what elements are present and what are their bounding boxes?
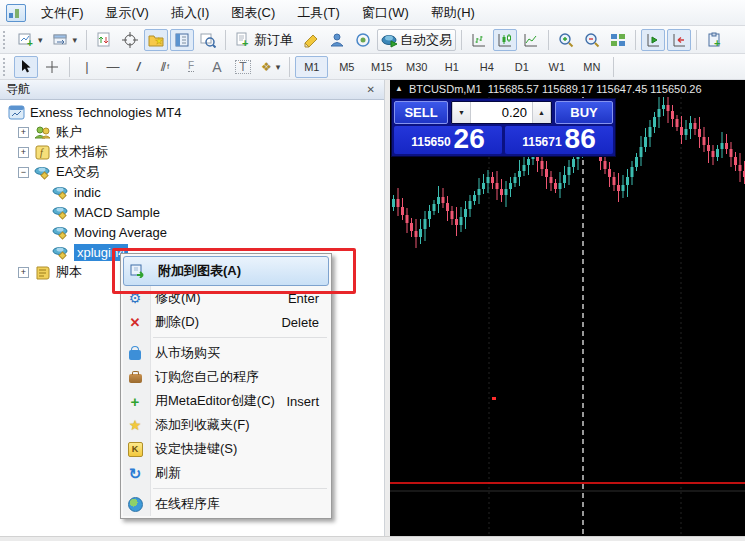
collapse-minus-icon[interactable]: − xyxy=(18,167,29,178)
sell-button[interactable]: SELL xyxy=(394,101,448,124)
toolbar-grip[interactable] xyxy=(3,58,9,76)
menu-view[interactable]: 显示(V) xyxy=(95,0,160,26)
toolbar-grip[interactable] xyxy=(3,31,9,49)
expand-plus-icon[interactable]: + xyxy=(18,127,29,138)
menu-item-label: 订购您自己的程序 xyxy=(149,368,319,386)
toolbar-separator xyxy=(635,30,636,50)
line-chart-button[interactable] xyxy=(519,29,543,51)
zoom-in-button[interactable] xyxy=(554,29,578,51)
timeframe-m15[interactable]: M15 xyxy=(365,56,398,78)
cursor-tool-button[interactable] xyxy=(14,56,38,78)
window-bottom-edge xyxy=(0,536,745,541)
new-chart-button[interactable]: + ▾ xyxy=(14,29,47,51)
candlestick-chart-button[interactable] xyxy=(493,29,517,51)
timeframe-d1[interactable]: D1 xyxy=(505,56,538,78)
menu-window[interactable]: 窗口(W) xyxy=(351,0,420,26)
tree-item-account-server[interactable]: Exness Technologies MT4 xyxy=(0,102,384,122)
tree-item-indicators[interactable]: + f 技术指标 xyxy=(0,142,384,162)
fibonacci-tool-button[interactable]: F xyxy=(179,56,203,78)
menu-item-create-in-metaeditor[interactable]: + 用MetaEditor创建(C) Insert xyxy=(121,389,331,413)
toolbar-separator xyxy=(69,57,70,77)
volume-increase-button[interactable]: ▲ xyxy=(532,102,551,123)
indicators-icon: f xyxy=(34,145,51,160)
close-icon[interactable]: ✕ xyxy=(364,84,378,95)
new-order-button[interactable]: + 新订单 xyxy=(231,29,297,51)
menu-item-add-to-favorites[interactable]: ★ 添加到收藏夹(F) xyxy=(121,413,331,437)
menu-item-delete[interactable]: ✕ 删除(D) Delete xyxy=(121,310,331,334)
menu-item-shortcut: Delete xyxy=(281,315,331,330)
chevron-down-icon: ▾ xyxy=(276,62,281,72)
expand-plus-icon[interactable]: + xyxy=(18,267,29,278)
timeframe-mn[interactable]: MN xyxy=(575,56,608,78)
chart-profile-button[interactable]: ▾ xyxy=(49,29,82,51)
auto-scroll-button[interactable] xyxy=(667,29,691,51)
tester-magnifier-icon xyxy=(200,32,216,48)
timeframe-m30[interactable]: M30 xyxy=(400,56,433,78)
svg-text:+: + xyxy=(714,37,720,48)
expert-advisor-icon xyxy=(52,225,69,240)
sell-price-panel[interactable]: 115650 26 xyxy=(394,126,502,154)
collapse-triangle-icon[interactable]: ▲ xyxy=(395,84,403,93)
menu-item-online-library[interactable]: 在线程序库 xyxy=(121,492,331,516)
menu-item-label: 用MetaEditor创建(C) xyxy=(149,392,286,410)
green-plus-icon: + xyxy=(121,394,149,409)
zoom-out-button[interactable] xyxy=(580,29,604,51)
crosshair-tool-button[interactable] xyxy=(40,56,64,78)
volume-decrease-button[interactable]: ▼ xyxy=(452,102,471,123)
bar-chart-button[interactable] xyxy=(467,29,491,51)
tree-item-accounts[interactable]: + 账户 xyxy=(0,122,384,142)
menu-item-set-hotkey[interactable]: K 设定快捷键(S) xyxy=(121,437,331,461)
menu-item-buy-from-market[interactable]: 从市场购买 xyxy=(121,341,331,365)
chart-shift-icon xyxy=(645,32,661,48)
tree-item-moving-average[interactable]: Moving Average xyxy=(0,222,384,242)
tree-item-macd-sample[interactable]: MACD Sample xyxy=(0,202,384,222)
zoom-out-icon xyxy=(584,32,600,48)
menu-item-order-custom-program[interactable]: 订购您自己的程序 xyxy=(121,365,331,389)
crosshair-button[interactable] xyxy=(118,29,142,51)
timeframe-m5[interactable]: M5 xyxy=(330,56,363,78)
community-button[interactable] xyxy=(325,29,349,51)
menu-charts[interactable]: 图表(C) xyxy=(220,0,286,26)
timeframe-h4[interactable]: H4 xyxy=(470,56,503,78)
timeframe-h1[interactable]: H1 xyxy=(435,56,468,78)
template-button[interactable]: + xyxy=(702,29,726,51)
zoom-in-icon xyxy=(558,32,574,48)
navigator-toggle-button[interactable]: ★ xyxy=(144,29,168,51)
menu-insert[interactable]: 插入(I) xyxy=(160,0,220,26)
menu-item-refresh[interactable]: ↻ 刷新 xyxy=(121,461,331,485)
text-label-tool-button[interactable]: T xyxy=(231,56,255,78)
refresh-icon: ↻ xyxy=(121,466,149,481)
arrows-tool-button[interactable]: ❖ ▾ xyxy=(257,56,284,78)
sound-button[interactable] xyxy=(351,29,375,51)
horizontal-line-tool-button[interactable]: — xyxy=(101,56,125,78)
buy-price-panel[interactable]: 115671 86 xyxy=(505,126,613,154)
strategy-tester-button[interactable] xyxy=(196,29,220,51)
hotkey-k-icon: K xyxy=(121,442,149,457)
timeframe-m1[interactable]: M1 xyxy=(295,56,328,78)
candlestick-chart[interactable] xyxy=(390,97,745,536)
menu-file[interactable]: 文件(F) xyxy=(30,0,95,26)
tree-item-label: 账户 xyxy=(56,123,82,141)
terminal-toggle-button[interactable] xyxy=(170,29,194,51)
autotrading-button[interactable]: 自动交易 xyxy=(377,29,456,51)
community-person-icon xyxy=(329,32,345,48)
metaeditor-button[interactable] xyxy=(299,29,323,51)
globe-icon xyxy=(121,497,149,512)
timeframe-w1[interactable]: W1 xyxy=(540,56,573,78)
equidistant-channel-tool-button[interactable]: //f xyxy=(153,56,177,78)
volume-value[interactable]: 0.20 xyxy=(471,102,532,123)
menu-tools[interactable]: 工具(T) xyxy=(286,0,351,26)
tree-item-indic[interactable]: indic xyxy=(0,182,384,202)
tree-item-expert-advisors[interactable]: − EA交易 xyxy=(0,162,384,182)
menu-help[interactable]: 帮助(H) xyxy=(420,0,486,26)
profiles-button[interactable] xyxy=(92,29,116,51)
tile-windows-button[interactable] xyxy=(606,29,630,51)
buy-button[interactable]: BUY xyxy=(555,101,613,124)
text-tool-button[interactable]: A xyxy=(205,56,229,78)
chart-panel[interactable]: ▲ BTCUSDm,M1 115685.57 115689.17 115647.… xyxy=(390,80,745,536)
toolbar-separator xyxy=(225,30,226,50)
vertical-line-tool-button[interactable]: | xyxy=(75,56,99,78)
chart-shift-button[interactable] xyxy=(641,29,665,51)
trendline-tool-button[interactable]: / xyxy=(127,56,151,78)
expand-plus-icon[interactable]: + xyxy=(18,147,29,158)
